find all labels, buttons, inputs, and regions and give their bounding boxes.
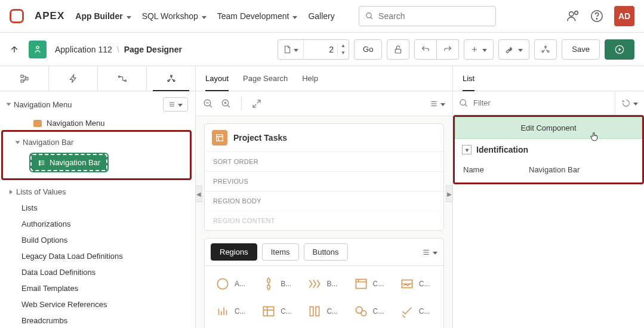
section-toggle[interactable]: ▾ [462,145,472,154]
collapse-right-button[interactable]: ▶ [446,185,453,202]
share-icon [167,74,176,83]
gallery-item[interactable]: C... [349,299,392,323]
layout-region-card[interactable]: Project Tasks SORT ORDER PREVIOUS REGION… [204,123,444,231]
property-value[interactable]: Navigation Bar [529,165,580,174]
gallery-item[interactable]: B... [303,272,345,296]
left-tab-rendering[interactable] [0,66,49,91]
mid-tab-help[interactable]: Help [302,66,318,91]
gallery-item[interactable]: C... [349,272,392,296]
gallery-tab-buttons[interactable]: Buttons [304,243,348,261]
redo-button[interactable] [437,39,459,60]
app-icon[interactable] [29,41,47,58]
tree-item[interactable]: Lists [0,200,195,216]
user-avatar[interactable]: AD [614,6,634,26]
gallery-item[interactable]: C... [303,299,345,323]
left-tab-dynamic[interactable] [49,66,98,91]
nav-gallery[interactable]: Gallery [308,11,334,21]
main-area: Navigation Menu Navigation Menu Navigati… [0,66,644,328]
slot-region-body[interactable]: REGION BODY [205,191,443,211]
layout-view-menu[interactable] [430,99,445,108]
admin-icon[interactable] [566,10,580,23]
selected-nav-bar-chip[interactable]: Navigation Bar [30,154,107,171]
gallery-tab-items[interactable]: Items [262,243,299,261]
gallery-item-icon [260,276,277,292]
gallery-item-label: B... [326,280,337,288]
mid-tab-layout[interactable]: Layout [205,66,229,91]
edit-component-button[interactable]: Edit Component [455,117,642,139]
gallery-item[interactable]: C... [395,299,437,323]
tree-item-nav-menu[interactable]: Navigation Menu [0,115,195,131]
zoom-in-icon[interactable] [221,98,232,109]
tree-icon [20,74,29,83]
gallery-view-menu[interactable] [422,247,437,256]
up-arrow-icon[interactable] [10,45,19,54]
nav-app-builder-label: App Builder [75,11,122,21]
tree-item[interactable]: Legacy Data Load Definitions [0,248,195,264]
property-reset[interactable] [615,91,638,115]
page-file-icon[interactable] [278,40,304,59]
gallery-body: A...B...B...C...C...C...C...C...C...C... [204,266,444,328]
redo-icon [443,45,452,54]
gallery-item[interactable]: C... [257,299,299,323]
left-tab-processing[interactable] [98,66,147,91]
page-number-control[interactable]: 2 ▲ ▼ [278,39,349,60]
nav-sql-workshop[interactable]: SQL Workshop [142,11,207,21]
page-up-button[interactable]: ▲ [338,42,349,49]
plus-button[interactable] [464,39,494,60]
tree-item[interactable]: Authorizations [0,216,195,232]
global-search[interactable] [359,6,496,26]
tree-item[interactable]: Breadcrumbs [0,312,195,328]
slot-sort-order[interactable]: SORT ORDER [205,151,443,171]
nav-app-builder[interactable]: App Builder [75,11,131,21]
page-number-value[interactable]: 2 [304,45,337,54]
property-filter-input[interactable] [473,98,615,107]
caret-icon [16,141,20,144]
gallery-item[interactable]: B... [257,272,299,296]
slot-region-content[interactable]: REGION CONTENT [205,211,443,230]
wrench-button[interactable] [498,39,529,60]
tree-item-nav-bar[interactable]: Navigation Bar [7,150,186,175]
save-button[interactable]: Save [562,39,600,60]
slot-previous[interactable]: PREVIOUS [205,171,443,191]
svg-point-8 [545,46,547,48]
breadcrumb-app[interactable]: Application 112 [55,45,112,54]
gallery-item-label: C... [373,307,384,315]
tree-group-nav-bar[interactable]: Navigation Bar [7,134,186,150]
tree-item[interactable]: Email Templates [0,280,195,296]
gallery-item[interactable]: A... [211,272,253,296]
tree-item[interactable]: Build Options [0,232,195,248]
right-tab-list[interactable]: List [463,66,474,91]
page-toolbar: 2 ▲ ▼ Go Save [278,39,634,60]
chevron-down-icon [127,11,131,21]
shared-components-button[interactable] [534,39,557,60]
lock-button[interactable] [387,39,409,60]
tree-item[interactable]: Web Service References [0,296,195,312]
run-button[interactable] [605,39,634,60]
tree-expand-menu[interactable] [163,97,188,112]
gallery-item[interactable]: C... [211,299,253,323]
undo-icon [421,45,430,54]
help-icon[interactable] [590,10,603,23]
search-input[interactable] [378,11,489,21]
undo-button[interactable] [414,39,437,60]
left-tab-shared[interactable] [147,66,195,91]
zoom-out-icon[interactable] [203,98,214,109]
page-down-button[interactable]: ▼ [338,49,349,57]
svg-rect-7 [396,49,401,53]
svg-rect-27 [356,279,366,288]
collapse-left-button[interactable]: ◀ [195,185,202,202]
gallery-item[interactable]: C... [395,272,437,296]
tree-item[interactable]: Data Load Definitions [0,264,195,280]
nav-team-development[interactable]: Team Development [217,11,298,21]
section-identification[interactable]: ▾ Identification [455,139,642,160]
cursor-hand-icon [589,131,600,142]
mid-tab-page-search[interactable]: Page Search [243,66,288,91]
tree-group-nav-menu[interactable]: Navigation Menu [0,94,195,115]
gallery-item-label: C... [326,307,338,315]
go-button[interactable]: Go [354,39,382,60]
expand-icon[interactable] [251,98,262,109]
gallery-item-label: C... [419,280,430,288]
tree-group-lov[interactable]: Lists of Values [0,184,195,200]
svg-rect-13 [21,80,23,82]
gallery-tab-regions[interactable]: Regions [211,243,257,261]
